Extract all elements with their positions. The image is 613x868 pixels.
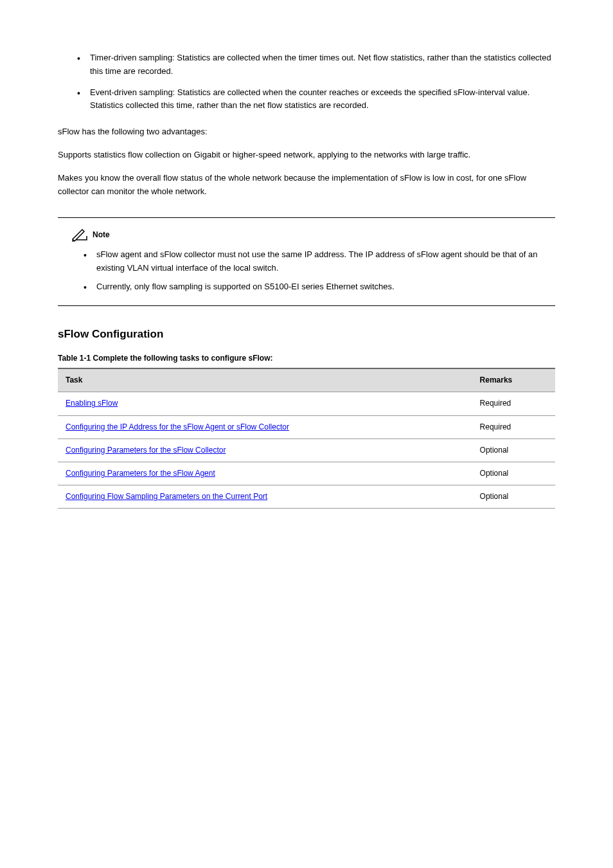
- table-row: Enabling sFlow Required: [58, 392, 555, 415]
- remarks-cell: Required: [472, 392, 555, 415]
- list-item-text: Event-driven sampling: Statistics are co…: [90, 87, 529, 111]
- remarks-cell: Optional: [472, 462, 555, 485]
- note-icon: [71, 228, 89, 242]
- note-label: Note: [93, 229, 110, 241]
- remarks-cell: Required: [472, 415, 555, 439]
- task-link-config-collector[interactable]: Configuring Parameters for the sFlow Col…: [66, 446, 226, 455]
- table-row: Configuring Flow Sampling Parameters on …: [58, 485, 555, 509]
- table-header-row: Task Remarks: [58, 368, 555, 392]
- table-header-task: Task: [58, 368, 472, 392]
- remarks-cell: Optional: [472, 485, 555, 509]
- feature-list: Timer-driven sampling: Statistics are co…: [51, 51, 562, 113]
- config-tasks-table: Task Remarks Enabling sFlow Required Con…: [58, 368, 555, 509]
- table-header-remarks: Remarks: [472, 368, 555, 392]
- note-item: Currently, only flow sampling is support…: [84, 280, 555, 294]
- paragraph-advantages-intro: sFlow has the following two advantages:: [51, 125, 562, 139]
- section-title: sFlow Configuration: [58, 325, 562, 343]
- task-link-config-ip[interactable]: Configuring the IP Address for the sFlow…: [66, 422, 289, 431]
- note-item-text: sFlow agent and sFlow collector must not…: [96, 249, 538, 273]
- table-caption: Table 1-1 Complete the following tasks t…: [58, 352, 562, 365]
- note-header: Note: [58, 228, 555, 242]
- task-link-enable-sflow[interactable]: Enabling sFlow: [66, 399, 118, 408]
- table-row: Configuring Parameters for the sFlow Col…: [58, 439, 555, 462]
- list-item-text: Timer-driven sampling: Statistics are co…: [90, 53, 551, 76]
- list-item: Event-driven sampling: Statistics are co…: [77, 86, 562, 113]
- remarks-cell: Optional: [472, 439, 555, 462]
- note-box: Note sFlow agent and sFlow collector mus…: [58, 217, 555, 305]
- note-item-text: Currently, only flow sampling is support…: [96, 282, 395, 291]
- table-row: Configuring Parameters for the sFlow Age…: [58, 462, 555, 485]
- task-link-config-flow-sampling[interactable]: Configuring Flow Sampling Parameters on …: [66, 492, 267, 501]
- list-item: Timer-driven sampling: Statistics are co…: [77, 51, 562, 78]
- task-link-config-agent[interactable]: Configuring Parameters for the sFlow Age…: [66, 469, 215, 478]
- note-item: sFlow agent and sFlow collector must not…: [84, 248, 555, 275]
- paragraph-advantage-2: Makes you know the overall flow status o…: [51, 172, 562, 199]
- table-row: Configuring the IP Address for the sFlow…: [58, 415, 555, 439]
- note-list: sFlow agent and sFlow collector must not…: [58, 248, 555, 293]
- paragraph-advantage-1: Supports statistics flow collection on G…: [51, 149, 562, 162]
